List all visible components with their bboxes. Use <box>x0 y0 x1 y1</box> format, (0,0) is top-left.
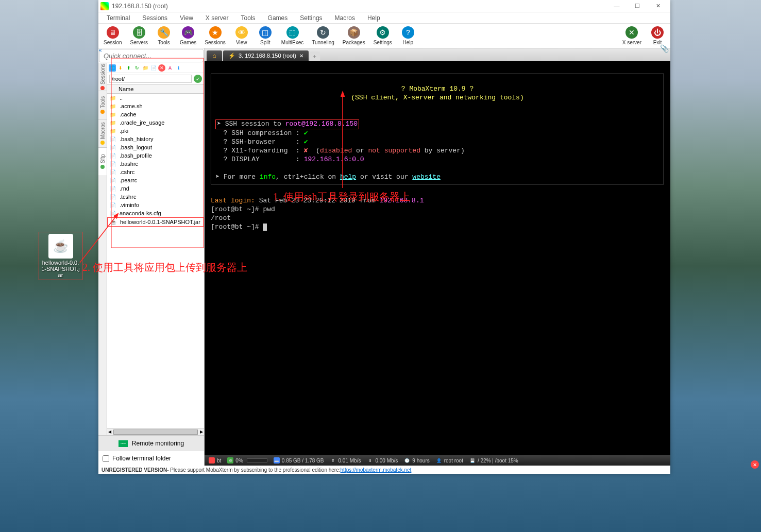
terminal-tab-home[interactable]: ⌂ <box>207 50 222 61</box>
collapse-sidebar-icon[interactable]: « <box>99 47 106 54</box>
file-row[interactable]: 📁.cache <box>107 110 204 118</box>
quick-connect-input[interactable] <box>99 49 204 62</box>
menu-view[interactable]: View <box>174 13 199 23</box>
file-list: Name 📁..📁.acme.sh📁.cache📁.oracle_jre_usa… <box>107 84 204 428</box>
sftp-upload-icon[interactable]: ⬆ <box>125 64 132 72</box>
menu-x-server[interactable]: X server <box>199 13 235 23</box>
desktop-icon-highlight: ☕ helloworld-0.0.1-SNAPSHOT.jar <box>39 232 82 280</box>
file-row[interactable]: 📁.acme.sh <box>107 102 204 110</box>
menu-sessions[interactable]: Sessions <box>136 13 174 23</box>
side-tab-strip: SessionsToolsMacrosSftp <box>98 63 107 435</box>
menu-help[interactable]: Help <box>361 13 386 23</box>
packages-icon: 📦 <box>348 26 360 39</box>
toolbar-games[interactable]: 🎮Games <box>178 25 198 46</box>
menu-settings[interactable]: Settings <box>294 13 328 23</box>
maximize-button[interactable]: ☐ <box>627 1 648 12</box>
side-tab-tools[interactable]: Tools <box>98 91 107 119</box>
side-tab-sftp[interactable]: Sftp <box>98 148 107 176</box>
attachment-icon[interactable]: 📎 <box>660 44 668 53</box>
file-row[interactable]: 📄.cshrc <box>107 168 204 176</box>
servers-icon: 🗄 <box>133 26 145 39</box>
games-icon: 🎮 <box>182 26 194 39</box>
folder-icon: 📁 <box>109 102 116 110</box>
folder-icon: 📁 <box>109 119 116 126</box>
sftp-panel: 🌐 ⬇ ⬆ ↻ 📁 📄 ✕ A ℹ ✓ <box>107 63 204 435</box>
file-row[interactable]: 📁.oracle_jre_usage <box>107 118 204 127</box>
sftp-newfile-icon[interactable]: 📄 <box>150 64 157 72</box>
status-cpu: ⚙0% <box>227 457 267 464</box>
sftp-path-input[interactable] <box>109 75 192 83</box>
toolbar-servers[interactable]: 🗄Servers <box>128 25 150 46</box>
java-icon: ☕ <box>48 234 73 259</box>
toolbar-exit[interactable]: ⏻Exit <box>648 25 667 46</box>
toolbar-split[interactable]: ◫Split <box>256 25 275 46</box>
file-row[interactable]: 📄.rnd <box>107 184 204 193</box>
file-row[interactable]: ☕helloworld-0.0.1-SNAPSHOT.jar <box>107 217 204 227</box>
file-row[interactable]: 📄anaconda-ks.cfg <box>107 209 204 217</box>
toolbar-view[interactable]: 👁View <box>232 25 251 46</box>
toolbar-tools[interactable]: 🔧Tools <box>154 25 174 46</box>
terminal[interactable]: ? MobaXterm 10.9 ? (SSH client, X-server… <box>205 61 670 455</box>
file-icon: 📄 <box>109 185 116 192</box>
menu-terminal[interactable]: Terminal <box>100 13 136 23</box>
sftp-refresh-icon[interactable]: ↻ <box>133 64 141 72</box>
file-list-header[interactable]: Name <box>107 85 204 94</box>
status-down: ⬇0.00 Mb/s <box>367 457 398 464</box>
file-row[interactable]: 📄.bashrc <box>107 160 204 168</box>
sftp-globe-icon[interactable]: 🌐 <box>109 64 116 72</box>
monitor-icon: 〰 <box>119 440 128 447</box>
sftp-delete-icon[interactable]: ✕ <box>158 64 165 72</box>
toolbar-packages[interactable]: 📦Packages <box>341 25 367 46</box>
follow-terminal-checkbox[interactable]: Follow terminal folder <box>98 451 204 466</box>
file-row[interactable]: 📄.bash_profile <box>107 151 204 160</box>
menu-games[interactable]: Games <box>262 13 294 23</box>
statusbar-close-icon[interactable]: ✕ <box>751 460 759 469</box>
file-icon: 📄 <box>109 144 116 151</box>
sftp-text-icon[interactable]: A <box>166 64 174 72</box>
bottom-buttons: 〰 Remote monitoring Follow terminal fold… <box>98 435 204 466</box>
close-button[interactable]: ✕ <box>648 1 668 12</box>
toolbar-x-server[interactable]: ✕X server <box>620 25 644 46</box>
split-icon: ◫ <box>259 26 272 39</box>
menu-macros[interactable]: Macros <box>329 13 361 23</box>
file-row[interactable]: 📄.bash_logout <box>107 143 204 151</box>
file-icon: 📄 <box>109 168 116 176</box>
toolbar-help[interactable]: ?Help <box>398 25 418 46</box>
sftp-path-ok-icon[interactable]: ✓ <box>194 75 202 83</box>
session-icon: 🖥 <box>107 26 119 39</box>
sftp-download-icon[interactable]: ⬇ <box>117 64 124 72</box>
file-row[interactable]: 📄.pearrc <box>107 176 204 184</box>
menu-tools[interactable]: Tools <box>235 13 262 23</box>
file-icon: 📄 <box>109 135 116 143</box>
desktop-jar-icon[interactable]: ☕ helloworld-0.0.1-SNAPSHOT.jar <box>39 232 82 280</box>
toolbar-session[interactable]: 🖥Session <box>102 25 124 46</box>
toolbar-sessions[interactable]: ★Sessions <box>202 25 228 46</box>
multiexec-icon: ⬚ <box>286 26 299 39</box>
ssh-session-highlight: ➤ SSH session to root@192.168.8.150 <box>215 119 359 129</box>
file-row[interactable]: 📁.. <box>107 94 204 102</box>
minimize-button[interactable]: — <box>606 1 627 12</box>
footer-link[interactable]: https://mobaxterm.mobatek.net <box>341 467 412 473</box>
file-row[interactable]: 📁.pki <box>107 127 204 135</box>
statusbar: bt ⚙0% ▬0.85 GB / 1.78 GB ⬆0.01 Mb/s ⬇0.… <box>205 455 670 466</box>
sftp-info-icon[interactable]: ℹ <box>175 64 182 72</box>
tab-close-icon[interactable]: ✕ <box>299 53 303 59</box>
sftp-newfolder-icon[interactable]: 📁 <box>142 64 149 72</box>
file-row[interactable]: 📄.tcshrc <box>107 193 204 201</box>
sftp-scrollbar[interactable]: ◀ ▶ <box>107 428 204 435</box>
side-tab-macros[interactable]: Macros <box>98 119 107 148</box>
status-mem: ▬0.85 GB / 1.78 GB <box>274 457 324 464</box>
toolbar-settings[interactable]: ⚙Settings <box>371 25 394 46</box>
remote-monitoring-button[interactable]: 〰 Remote monitoring <box>98 436 204 451</box>
terminal-tab[interactable]: ⚡ 3. 192.168.8.150 (root) ✕ <box>223 50 309 61</box>
side-tab-sessions[interactable]: Sessions <box>98 63 107 91</box>
file-row[interactable]: 📄.bash_history <box>107 135 204 143</box>
sftp-toolbar: 🌐 ⬇ ⬆ ↻ 📁 📄 ✕ A ℹ <box>107 63 204 73</box>
terminal-tab-add[interactable]: ＋ <box>310 52 320 61</box>
help-icon: ? <box>402 26 414 39</box>
toolbar-multiexec[interactable]: ⬚MultiExec <box>279 25 306 46</box>
toolbar-tunneling[interactable]: ↻Tunneling <box>310 25 336 46</box>
titlebar[interactable]: 192.168.8.150 (root) — ☐ ✕ <box>98 0 670 12</box>
file-row[interactable]: 📄.viminfo <box>107 201 204 209</box>
follow-terminal-input[interactable] <box>103 455 109 462</box>
